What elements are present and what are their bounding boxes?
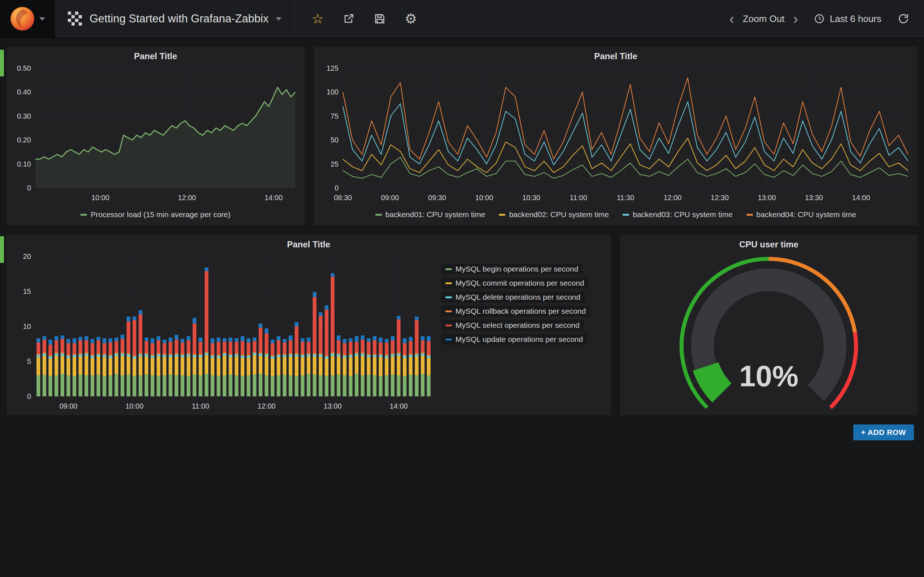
panel-title[interactable]: Panel Title (6, 235, 611, 251)
time-controls: ‹ Zoom Out › Last 6 hours (729, 13, 924, 25)
share-icon (342, 13, 355, 25)
svg-text:13:00: 13:00 (323, 402, 341, 410)
star-dashboard-button[interactable]: ☆ (312, 12, 324, 26)
chart-legend: Processor load (15 min average per core) (6, 206, 305, 226)
legend-item[interactable]: MySQL select operations per second (441, 320, 584, 331)
refresh-button[interactable] (897, 13, 909, 25)
legend-item[interactable]: backend03: CPU system time (623, 210, 733, 219)
chevron-down-icon (276, 17, 281, 21)
svg-text:11:00: 11:00 (192, 402, 209, 410)
svg-text:11:30: 11:30 (617, 193, 635, 201)
dashboard-picker[interactable]: Getting Started with Grafana-Zabbix (55, 0, 294, 37)
svg-text:12:00: 12:00 (257, 402, 275, 410)
svg-text:14:00: 14:00 (390, 402, 408, 410)
legend-color-dash (446, 311, 452, 312)
svg-text:10:30: 10:30 (522, 193, 540, 201)
zoom-out-button[interactable]: Zoom Out (743, 13, 785, 24)
legend-series-name: MySQL rollback operations per second (456, 307, 586, 316)
svg-text:09:00: 09:00 (59, 402, 77, 410)
legend-series-name: MySQL update operations per second (456, 335, 583, 344)
svg-text:10:00: 10:00 (125, 402, 143, 410)
panel-mysql-operations: Panel Title 09:0010:0011:0012:0013:0014:… (6, 235, 611, 415)
legend-item[interactable]: MySQL rollback operations per second (441, 306, 590, 317)
panel-title[interactable]: CPU user time (620, 235, 918, 251)
legend-item[interactable]: MySQL commit operations per second (441, 278, 588, 288)
svg-text:12:00: 12:00 (663, 193, 682, 201)
svg-text:0.50: 0.50 (17, 64, 31, 72)
dashboard-canvas: Panel Title 10:0012:0014:0000.100.200.30… (0, 37, 924, 440)
legend-color-dash (446, 282, 452, 284)
svg-text:5: 5 (27, 357, 31, 365)
legend-color-dash (446, 268, 452, 270)
legend-item[interactable]: MySQL update operations per second (441, 334, 587, 345)
legend-color-dash (81, 214, 87, 216)
dashboard-row-1: Panel Title 10:0012:0014:0000.100.200.30… (6, 47, 918, 226)
mysql-operations-chart-svg: 09:0010:0011:0012:0013:0014:0005101520 (6, 251, 441, 415)
svg-text:13:30: 13:30 (805, 193, 823, 201)
svg-text:0: 0 (27, 392, 31, 400)
legend-series-name: backend04: CPU system time (756, 210, 856, 219)
svg-text:15: 15 (23, 287, 31, 295)
legend-series-name: backend03: CPU system time (633, 210, 733, 219)
legend-color-dash (499, 214, 505, 216)
legend-series-name: backend02: CPU system time (509, 210, 609, 219)
panel-title[interactable]: Panel Title (314, 47, 918, 62)
time-range-label: Last 6 hours (830, 13, 881, 24)
grafana-logo-icon (10, 6, 35, 31)
svg-text:10:00: 10:00 (475, 193, 493, 201)
legend-color-dash (375, 214, 382, 216)
svg-text:75: 75 (331, 112, 339, 120)
processor-load-chart-svg: 10:0012:0014:0000.100.200.300.400.50 (6, 62, 305, 206)
legend-item[interactable]: backend01: CPU system time (375, 210, 485, 219)
top-navbar: Getting Started with Grafana-Zabbix ☆ ⚙ … (0, 0, 924, 37)
svg-text:50: 50 (331, 136, 339, 144)
chart-legend: MySQL begin operations per secondMySQL c… (441, 251, 611, 415)
legend-color-dash (746, 214, 753, 216)
zoom-controls: ‹ Zoom Out › (729, 13, 798, 24)
svg-text:12:30: 12:30 (711, 193, 729, 201)
refresh-icon (897, 13, 909, 25)
svg-text:0.10: 0.10 (17, 160, 31, 168)
panel-title[interactable]: Panel Title (6, 47, 305, 62)
legend-item[interactable]: MySQL begin operations per second (441, 264, 583, 274)
mysql-operations-chart[interactable]: 09:0010:0011:0012:0013:0014:0005101520 (6, 251, 441, 415)
svg-text:10:00: 10:00 (91, 193, 109, 201)
clock-icon (814, 13, 825, 24)
add-row-button[interactable]: + ADD ROW (853, 424, 914, 440)
legend-color-dash (446, 297, 452, 298)
svg-text:12:00: 12:00 (178, 193, 196, 201)
processor-load-chart[interactable]: 10:0012:0014:0000.100.200.300.400.50 (6, 62, 305, 206)
svg-text:08:30: 08:30 (334, 193, 352, 201)
row-menu-handle[interactable] (0, 236, 4, 263)
legend-series-name: backend01: CPU system time (386, 210, 485, 219)
legend-item[interactable]: backend02: CPU system time (499, 210, 609, 219)
grafana-menu-button[interactable] (0, 0, 55, 37)
share-dashboard-button[interactable] (342, 13, 355, 25)
legend-item[interactable]: Processor load (15 min average per core) (81, 210, 231, 219)
dashboard-grid-icon (68, 11, 82, 26)
dashboard-title: Getting Started with Grafana-Zabbix (89, 12, 268, 25)
legend-series-name: Processor load (15 min average per core) (90, 210, 231, 219)
svg-text:25: 25 (331, 160, 339, 168)
cpu-user-time-gauge-svg (620, 251, 918, 415)
save-icon (373, 13, 386, 25)
add-row-bar: + ADD ROW (6, 424, 918, 440)
save-dashboard-button[interactable] (373, 13, 386, 25)
panel-processor-load: Panel Title 10:0012:0014:0000.100.200.30… (6, 47, 305, 226)
row-menu-handle[interactable] (0, 50, 4, 76)
time-shift-forward-button[interactable]: › (793, 13, 798, 24)
dashboard-settings-button[interactable]: ⚙ (405, 12, 417, 26)
svg-text:09:30: 09:30 (428, 193, 446, 201)
legend-item[interactable]: backend04: CPU system time (746, 210, 856, 219)
dashboard-row-2: Panel Title 09:0010:0011:0012:0013:0014:… (6, 235, 918, 415)
legend-series-name: MySQL delete operations per second (456, 293, 580, 301)
time-shift-back-button[interactable]: ‹ (729, 13, 734, 24)
svg-text:125: 125 (327, 64, 339, 72)
panel-cpu-user-time: CPU user time 10% (620, 235, 918, 415)
legend-item[interactable]: MySQL delete operations per second (441, 292, 585, 303)
svg-text:0.30: 0.30 (17, 112, 31, 120)
cpu-system-time-chart[interactable]: 08:3009:0009:3010:0010:3011:0011:3012:00… (314, 62, 918, 206)
svg-text:14:00: 14:00 (852, 193, 870, 201)
time-range-picker-button[interactable]: Last 6 hours (814, 13, 881, 24)
svg-text:0: 0 (334, 184, 339, 192)
